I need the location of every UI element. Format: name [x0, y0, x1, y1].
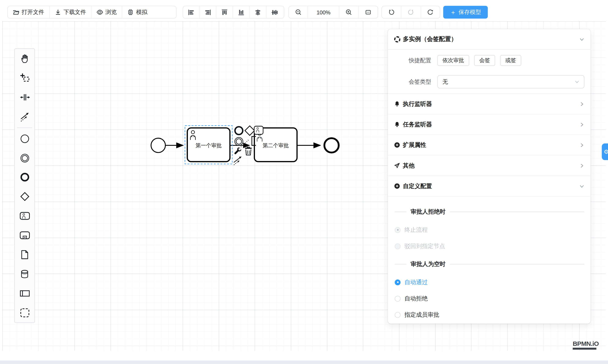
divider: [395, 212, 406, 212]
align-right-button[interactable]: [200, 6, 216, 18]
zoom-level-value: 100%: [317, 9, 330, 15]
task-label: 第一个审批: [196, 143, 222, 148]
save-model-button[interactable]: ＋ 保存模型: [443, 6, 488, 19]
zoom-in-button[interactable]: [339, 6, 359, 18]
create-group[interactable]: [15, 303, 35, 323]
radio-icon: [395, 227, 401, 233]
palette: [14, 48, 35, 323]
section-other[interactable]: 其他: [388, 156, 591, 176]
fit-viewport-button[interactable]: [359, 6, 378, 18]
create-start-event[interactable]: [15, 129, 35, 148]
end-event[interactable]: [324, 138, 339, 153]
global-connect-tool[interactable]: [15, 107, 35, 126]
zoom-toolbar-group: 100%: [289, 6, 378, 19]
section-extended-properties[interactable]: 扩展属性: [388, 135, 591, 156]
preview-label: 浏览: [106, 8, 117, 16]
radio-return-to-node[interactable]: 驳回到指定节点: [395, 238, 584, 254]
end-event-icon: [20, 172, 30, 182]
quick-config-sequential-button[interactable]: 依次审批: [437, 55, 469, 66]
bpmn-io-logo[interactable]: BPMN.iO: [573, 340, 599, 350]
gear-icon: ⚙: [604, 148, 608, 155]
open-file-label: 打开文件: [22, 8, 44, 16]
append-task-icon[interactable]: [254, 126, 263, 134]
properties-panel: 多实例（会签配置） 快捷配置 依次审批 会签 或签 会签类型 无 执行监听器: [388, 29, 591, 324]
append-end-event-icon[interactable]: [235, 127, 243, 135]
palette-separator: [17, 127, 32, 128]
chevron-down-icon: [575, 79, 579, 84]
bell-icon: [394, 101, 400, 107]
hand-tool[interactable]: [15, 49, 35, 68]
radio-terminate-process[interactable]: 终止流程: [395, 222, 584, 238]
section-execution-listener[interactable]: 执行监听器: [388, 94, 591, 114]
create-end-event[interactable]: [15, 168, 35, 187]
panel-header[interactable]: 多实例（会签配置）: [388, 29, 591, 50]
section-task-listener[interactable]: 任务监听器: [388, 114, 591, 135]
create-gateway[interactable]: [15, 187, 35, 206]
start-event[interactable]: [151, 138, 165, 153]
plus-circle-icon: [394, 183, 400, 189]
panel-title: 多实例（会签配置）: [403, 35, 457, 43]
chevron-down-icon: [579, 183, 584, 189]
append-gateway-icon[interactable]: [245, 126, 254, 135]
align-toolbar-group: [183, 6, 284, 19]
settings-tab[interactable]: ⚙: [602, 143, 608, 160]
create-data-store[interactable]: [15, 264, 35, 284]
history-toolbar-group: [382, 6, 440, 19]
wrench-icon[interactable]: [234, 147, 241, 154]
bottom-strip: [0, 360, 608, 364]
radio-auto-pass[interactable]: 自动通过: [395, 274, 584, 290]
align-right-icon: [204, 9, 211, 16]
space-tool-icon: [20, 92, 30, 102]
space-tool[interactable]: [15, 88, 35, 107]
create-subprocess[interactable]: [15, 226, 35, 245]
undo-button[interactable]: [382, 6, 401, 18]
section-custom-config[interactable]: 自定义配置: [388, 176, 591, 196]
align-center-button[interactable]: [250, 6, 266, 18]
trash-icon[interactable]: [245, 147, 252, 155]
connect-icon[interactable]: [234, 156, 241, 165]
participant-icon: [20, 288, 30, 299]
multi-instance-config: 快捷配置 依次审批 会签 或签 会签类型 无: [388, 50, 591, 94]
simulate-button[interactable]: 模拟: [122, 6, 152, 18]
radio-auto-reject[interactable]: 自动拒绝: [395, 290, 584, 307]
redo-button[interactable]: [401, 6, 421, 18]
fit-viewport-icon: [365, 9, 371, 15]
create-intermediate-event[interactable]: [15, 148, 35, 168]
align-top-button[interactable]: [216, 6, 233, 18]
align-middle-icon: [271, 9, 278, 16]
reset-button[interactable]: [421, 6, 440, 18]
reject-when-heading: 审批人拒绝时: [395, 208, 584, 216]
align-middle-button[interactable]: [266, 6, 283, 18]
divider: [395, 264, 406, 264]
sign-type-row: 会签类型 无: [394, 75, 584, 88]
reset-icon: [427, 9, 434, 15]
chevron-down-icon[interactable]: [579, 37, 584, 42]
lasso-tool[interactable]: [15, 68, 35, 88]
preview-button[interactable]: 浏览: [92, 6, 122, 18]
data-object-icon: [20, 250, 30, 260]
quick-config-countersign-button[interactable]: 会签: [474, 55, 495, 66]
sign-type-value: 无: [443, 78, 448, 86]
chip-icon: [127, 9, 134, 15]
create-participant[interactable]: [15, 284, 35, 303]
zoom-level[interactable]: 100%: [308, 6, 339, 18]
create-user-task[interactable]: [15, 206, 35, 226]
align-bottom-button[interactable]: [233, 6, 250, 18]
quick-config-orsign-button[interactable]: 或签: [500, 55, 521, 66]
multi-instance-icon: [394, 36, 400, 42]
bpmn-diagram: 第一个审批 第二个审批: [147, 116, 349, 178]
plus-icon: ＋: [450, 9, 456, 15]
simulate-label: 模拟: [136, 8, 147, 16]
zoom-out-button[interactable]: [289, 6, 308, 18]
align-bottom-icon: [238, 9, 245, 16]
open-file-button[interactable]: 打开文件: [8, 6, 50, 18]
radio-assign-member[interactable]: 指定成员审批: [395, 307, 584, 323]
sign-type-select[interactable]: 无: [437, 75, 584, 88]
task-first-approval[interactable]: 第一个审批: [187, 128, 230, 162]
radio-icon: [395, 296, 401, 301]
create-data-object[interactable]: [15, 245, 35, 264]
download-file-button[interactable]: 下载文件: [50, 6, 92, 18]
custom-config-body: 审批人拒绝时 终止流程 驳回到指定节点 审批人为空时 自动通过: [388, 196, 591, 323]
quick-config-row: 快捷配置 依次审批 会签 或签: [394, 55, 584, 66]
align-left-button[interactable]: [183, 6, 200, 18]
